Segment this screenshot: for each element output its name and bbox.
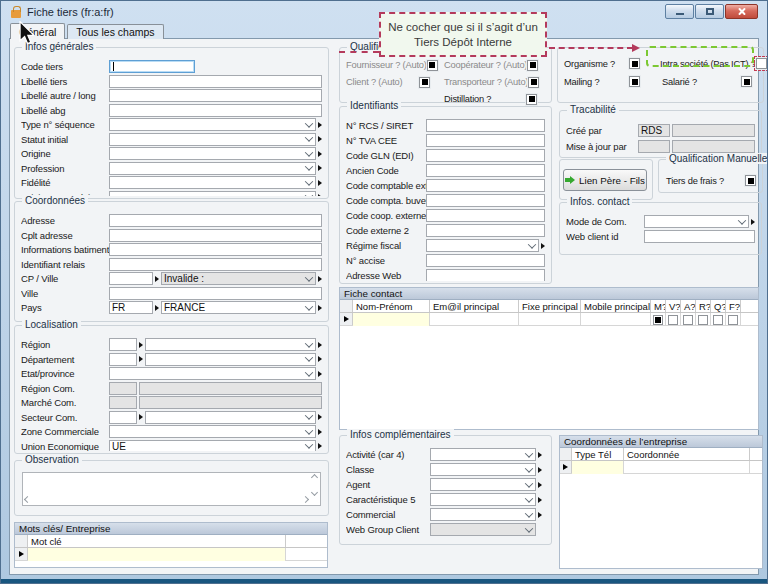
transporteur-auto-checkbox[interactable]: [528, 77, 539, 88]
lookup-arrow-icon[interactable]: [538, 452, 542, 458]
r-checkbox[interactable]: [698, 315, 708, 325]
lookup-arrow-icon[interactable]: [318, 356, 322, 362]
cooperateur-auto-checkbox[interactable]: [527, 60, 538, 71]
code-gln-edi-input[interactable]: [426, 149, 545, 162]
mobile-cell[interactable]: [581, 313, 651, 326]
n-accise-input[interactable]: [426, 254, 545, 267]
maximize-button[interactable]: [695, 4, 724, 19]
close-button[interactable]: [725, 4, 758, 19]
lookup-arrow-icon[interactable]: [318, 165, 322, 171]
mode-de-com-combo[interactable]: [644, 215, 749, 228]
secteur-com-input[interactable]: [109, 411, 137, 424]
mot-cle-cell[interactable]: [28, 548, 286, 561]
departement-combo[interactable]: [145, 353, 316, 366]
lookup-arrow-icon[interactable]: [139, 356, 143, 362]
fixe-cell[interactable]: [519, 313, 581, 326]
zone-commerciale-combo[interactable]: [109, 425, 316, 438]
mailing-checkbox[interactable]: [629, 76, 640, 87]
lookup-arrow-icon[interactable]: [318, 136, 322, 142]
n-rcs-siret-input[interactable]: [426, 119, 545, 132]
union-economique-combo[interactable]: UE: [109, 440, 316, 452]
lookup-arrow-icon[interactable]: [538, 482, 542, 488]
region-combo[interactable]: [145, 338, 316, 351]
lookup-arrow-icon[interactable]: [318, 443, 322, 449]
lookup-arrow-icon[interactable]: [318, 429, 322, 435]
commercial-combo[interactable]: [430, 508, 536, 521]
pays-combo[interactable]: FRANCE: [161, 301, 316, 314]
lookup-arrow-icon[interactable]: [139, 342, 143, 348]
code-externe-2-input[interactable]: [426, 224, 545, 237]
code-tiers-input[interactable]: [109, 60, 195, 73]
client-auto-checkbox[interactable]: [419, 77, 430, 88]
m-checkbox[interactable]: [653, 315, 663, 325]
fidelite-combo[interactable]: [109, 176, 316, 189]
lookup-arrow-icon[interactable]: [538, 512, 542, 518]
lookup-arrow-icon[interactable]: [538, 497, 542, 503]
statut-initial-combo[interactable]: [109, 133, 316, 146]
cplt-adresse-input[interactable]: [109, 229, 322, 242]
lookup-arrow-icon[interactable]: [541, 243, 545, 249]
informations-batiment-input[interactable]: [109, 243, 322, 256]
lookup-arrow-icon[interactable]: [318, 414, 322, 420]
cp-ville-input[interactable]: [109, 272, 153, 285]
lookup-arrow-icon[interactable]: [318, 194, 322, 196]
ancien-code-input[interactable]: [426, 164, 545, 177]
distillation-checkbox[interactable]: [526, 94, 537, 105]
fournisseur-auto-checkbox[interactable]: [427, 60, 438, 71]
scroll-left-icon[interactable]: [24, 495, 31, 502]
lookup-arrow-icon[interactable]: [318, 342, 322, 348]
coordonnee-cell[interactable]: [624, 461, 750, 474]
regime-fiscal-combo[interactable]: [426, 239, 539, 252]
scroll-up-icon[interactable]: [310, 474, 317, 481]
lookup-arrow-icon[interactable]: [318, 371, 322, 377]
intra-societe-checkbox[interactable]: [756, 58, 767, 69]
lookup-arrow-icon[interactable]: [538, 467, 542, 473]
lookup-arrow-icon[interactable]: [318, 305, 322, 311]
origine-secondaire-combo[interactable]: [109, 191, 316, 197]
secteur-com-combo[interactable]: [145, 411, 316, 424]
n-tva-cee-input[interactable]: [426, 134, 545, 147]
lookup-arrow-icon[interactable]: [139, 414, 143, 420]
pays-input[interactable]: FR: [109, 301, 153, 314]
code-coop-externe-input[interactable]: [426, 209, 545, 222]
agent-combo[interactable]: [430, 478, 536, 491]
lookup-arrow-icon[interactable]: [318, 151, 322, 157]
lookup-arrow-icon[interactable]: [155, 276, 159, 282]
profession-combo[interactable]: [109, 162, 316, 175]
adresse-input[interactable]: [109, 214, 322, 227]
vertical-scrollbar[interactable]: [310, 475, 318, 495]
web-client-id-input[interactable]: [644, 230, 755, 243]
observation-textarea[interactable]: [22, 472, 321, 506]
lookup-arrow-icon[interactable]: [318, 276, 322, 282]
email-cell[interactable]: [430, 313, 519, 326]
cp-ville-combo[interactable]: Invalide :: [161, 272, 316, 285]
activite-car-4-combo[interactable]: [430, 448, 536, 461]
type-n-sequence-combo[interactable]: [109, 118, 316, 131]
a-checkbox[interactable]: [683, 315, 693, 325]
etat-province-combo[interactable]: [109, 367, 316, 380]
code-compta-buvette-input[interactable]: [426, 194, 545, 207]
region-input[interactable]: [109, 338, 137, 351]
tiers-de-frais-checkbox[interactable]: [745, 175, 756, 186]
nom-prenom-cell[interactable]: [353, 313, 430, 326]
organisme-checkbox[interactable]: [629, 58, 640, 69]
v-checkbox[interactable]: [668, 315, 678, 325]
classe-combo[interactable]: [430, 463, 536, 476]
q-checkbox[interactable]: [713, 315, 723, 325]
identifiant-relais-input[interactable]: [109, 258, 322, 271]
ville-input[interactable]: [109, 287, 322, 300]
horizontal-scrollbar[interactable]: [25, 495, 308, 503]
lookup-arrow-icon[interactable]: [318, 122, 322, 128]
origine-combo[interactable]: [109, 147, 316, 160]
scroll-down-icon[interactable]: [310, 489, 317, 496]
scroll-right-icon[interactable]: [302, 495, 309, 502]
caracteristique-5-combo[interactable]: [430, 493, 536, 506]
salarie-checkbox[interactable]: [741, 76, 752, 87]
minimize-button[interactable]: [665, 4, 694, 19]
f-checkbox[interactable]: [728, 315, 738, 325]
web-group-client-combo[interactable]: [430, 523, 536, 536]
type-tel-cell[interactable]: [572, 461, 624, 474]
tab-tous-les-champs[interactable]: Tous les champs: [67, 24, 163, 39]
libelle-abg-input[interactable]: [109, 104, 322, 117]
libelle-autre-long-input[interactable]: [109, 89, 322, 102]
